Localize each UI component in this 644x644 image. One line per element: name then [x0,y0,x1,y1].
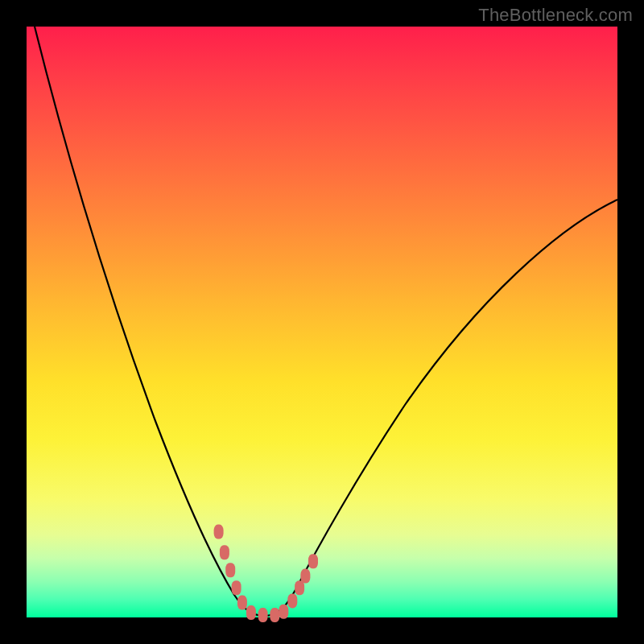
curve-marker [225,563,235,577]
curve-marker [232,580,242,595]
curve-marker [246,605,256,620]
curve-marker [237,596,247,610]
curve-marker [279,605,288,619]
marker-group [214,525,318,623]
curve-marker [295,580,304,595]
chart-svg [27,27,617,617]
curve-marker [258,608,268,622]
curve-marker [300,569,310,584]
curve-marker [270,608,279,622]
curve-marker [287,593,297,608]
bottleneck-curve [35,27,617,616]
curve-marker [220,545,229,559]
curve-marker [308,554,318,568]
watermark-text: TheBottleneck.com [478,5,633,26]
chart-area [27,27,617,617]
chart-frame: TheBottleneck.com [0,0,644,644]
curve-marker [214,525,224,539]
